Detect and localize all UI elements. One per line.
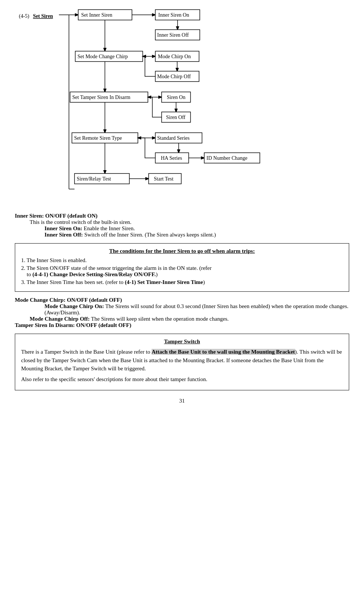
mode-change-heading: Mode Change Chirp: ON/OFF (default OFF)	[15, 297, 122, 303]
mode-chirp-on-label: Mode Chirp On	[158, 54, 191, 59]
tamper-text-highlight: Attach the Base Unit to the wall using t…	[152, 349, 295, 355]
diagram-svg: (4-5) Set Siren Set Inner Siren Inner Si…	[15, 7, 349, 208]
tamper-box-text-1: There is a Tamper Switch in the Base Uni…	[21, 348, 343, 373]
conditions-item-3-bold: (4-1) Set Timer-Inner Siren Time	[125, 279, 203, 285]
tamper-box-title: Tamper Switch	[21, 338, 343, 345]
inner-siren-on-text: Enable the Inner Siren.	[82, 225, 135, 231]
conditions-item-2-bold: (4-4-1) Change Device Setting-Siren/Rela…	[32, 271, 156, 277]
mode-change-off-label: Mode Change Chirp Off:	[30, 316, 90, 322]
mode-chirp-off-label: Mode Chirp Off	[157, 74, 191, 79]
conditions-box: The conditions for the Inner Siren to go…	[15, 243, 349, 292]
set-mode-change-chirp-label: Set Mode Change Chirp	[77, 54, 128, 59]
siren-on-label: Siren On	[167, 95, 185, 100]
set-remote-siren-label: Set Remote Siren Type	[74, 135, 122, 141]
inner-siren-heading: Inner Siren: ON/OFF (default ON)	[15, 213, 97, 219]
set-siren-label: Set Siren	[33, 13, 53, 19]
conditions-item-1: 1. The Inner Siren is enabled.	[21, 257, 343, 264]
tamper-box: Tamper Switch There is a Tamper Switch i…	[15, 334, 349, 390]
tamper-siren-heading: Tamper Siren In Disarm: ON/OFF (default …	[15, 322, 131, 328]
set-inner-siren-label: Set Inner Siren	[81, 12, 112, 18]
tamper-box-text-2: Also refer to the specific sensors' desc…	[21, 375, 343, 384]
siren-relay-test-label: Siren/Relay Test	[77, 176, 111, 182]
ha-series-label: HA Series	[161, 155, 182, 161]
standard-series-label: Standard Series	[157, 135, 189, 141]
set-tamper-siren-label: Set Tamper Siren In Disarm	[72, 95, 130, 100]
conditions-item-2: 2. The Siren ON/OFF state of the sensor …	[21, 265, 343, 278]
id-number-change-label: ID Number Change	[206, 155, 247, 161]
inner-siren-off-text: Switch off the Inner Siren. (The Siren a…	[83, 232, 216, 238]
mode-change-off-text: The Sirens will keep silent when the ope…	[90, 316, 229, 322]
siren-off-label: Siren Off	[166, 115, 186, 120]
diagram-container: (4-5) Set Siren Set Inner Siren Inner Si…	[15, 7, 349, 209]
inner-siren-on-label: Inner Siren On:	[44, 225, 82, 231]
conditions-item-3: 3. The Inner Siren Time has been set. (r…	[21, 279, 343, 285]
inner-siren-off-label: Inner Siren Off:	[44, 232, 83, 238]
page-number: 31	[15, 398, 349, 404]
inner-siren-intro: This is the control switch of the built-…	[30, 219, 132, 225]
inner-siren-off-label: Inner Siren Off	[157, 32, 189, 38]
mode-change-on-label: Mode Change Chirp On:	[44, 303, 104, 309]
start-test-label: Start Test	[154, 176, 173, 182]
label-4-5: (4-5)	[19, 13, 29, 19]
inner-siren-section: Inner Siren: ON/OFF (default ON) This is…	[15, 213, 349, 238]
mode-change-section: Mode Change Chirp: ON/OFF (default OFF) …	[15, 297, 349, 328]
inner-siren-on-label: Inner Siren On	[158, 12, 189, 18]
conditions-box-title: The conditions for the Inner Siren to go…	[21, 248, 343, 254]
tamper-text-prefix: There is a Tamper Switch in the Base Uni…	[21, 349, 152, 355]
